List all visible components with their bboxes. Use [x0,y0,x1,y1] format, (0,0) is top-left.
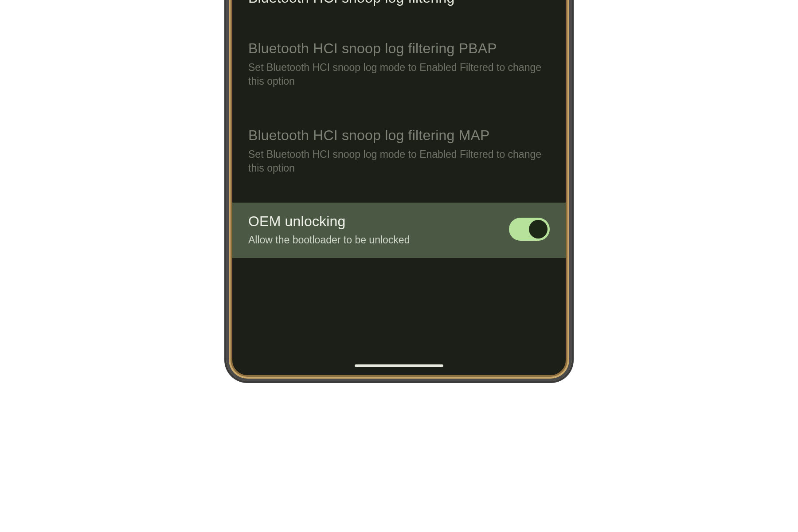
setting-title: Bluetooth HCI snoop log filtering MAP [248,126,550,144]
phone-frame: Enable Bluetooth HCI snoop log Disabled … [226,0,572,381]
toggle-knob [529,220,548,239]
spacer [232,7,566,29]
setting-oem-unlocking[interactable]: OEM unlocking Allow the bootloader to be… [232,203,566,258]
phone-screen: Enable Bluetooth HCI snoop log Disabled … [232,0,566,375]
setting-subtitle: Set Bluetooth HCI snoop log mode to Enab… [248,61,550,88]
setting-title: OEM unlocking [248,212,509,230]
spacer [232,186,566,203]
oem-unlocking-toggle[interactable] [509,218,550,241]
setting-title: Bluetooth HCI snoop log filtering PBAP [248,39,550,57]
nav-home-pill[interactable] [355,364,443,367]
spacer [232,99,566,116]
setting-bt-hci-filtering-pbap: Bluetooth HCI snoop log filtering PBAP S… [232,29,566,99]
section-header-bt-hci-filtering: Bluetooth HCI snoop log filtering [232,0,566,7]
setting-subtitle: Set Bluetooth HCI snoop log mode to Enab… [248,148,550,175]
settings-list[interactable]: Enable Bluetooth HCI snoop log Disabled … [232,0,566,356]
canvas: Enable Bluetooth HCI snoop log Disabled … [0,0,798,532]
android-nav-bar[interactable] [232,356,566,375]
section-title: Bluetooth HCI snoop log filtering [248,0,550,7]
setting-bt-hci-filtering-map: Bluetooth HCI snoop log filtering MAP Se… [232,116,566,186]
setting-subtitle: Allow the bootloader to be unlocked [248,234,509,246]
